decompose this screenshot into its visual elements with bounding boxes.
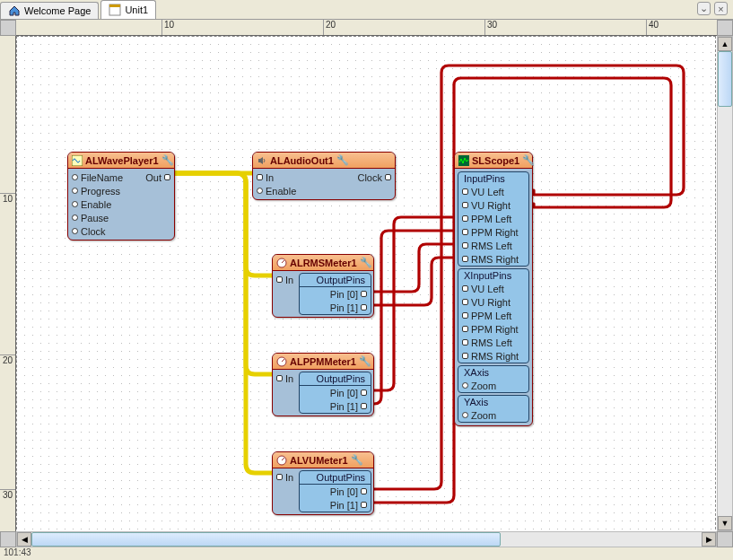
port-in[interactable]: Pause [68, 211, 142, 224]
form-icon [109, 4, 121, 16]
node-title: ALWavePlayer1 [85, 155, 159, 166]
scroll-up-button[interactable]: ▲ [718, 37, 732, 51]
tab-welcome[interactable]: Welcome Page [0, 2, 99, 19]
design-canvas[interactable]: ALWavePlayer1 🔧 FileName Progress Enable… [16, 36, 716, 531]
scroll-thumb-v[interactable] [718, 51, 732, 107]
scroll-down-button[interactable]: ▼ [718, 516, 732, 530]
node-header[interactable]: ALVUMeter1 🔧 [273, 452, 373, 468]
port-in[interactable]: Zoom [458, 408, 528, 422]
port-out[interactable]: Clock [353, 171, 395, 184]
node-header[interactable]: ALWavePlayer1 🔧 [68, 153, 174, 169]
output-pins-group: OutputPins Pin [0] Pin [1] [299, 273, 371, 315]
node-alaudioout[interactable]: ALAudioOut1 🔧 In Enable Clock [252, 152, 396, 200]
xinputpins-group: XInputPins VU Left VU Right PPM Left PPM… [458, 268, 529, 363]
app-window: Welcome Page Unit1 ⌄ × 10 20 30 40 10 20… [0, 0, 733, 560]
port-in[interactable]: PPM Left [458, 309, 528, 322]
port-in[interactable]: Enable [68, 197, 142, 211]
scope-icon [458, 155, 469, 166]
scrollbar-horizontal[interactable]: ◀ ▶ [16, 531, 717, 547]
ruler-corner-tr [717, 20, 733, 36]
port-in[interactable]: VU Left [458, 185, 528, 198]
xaxis-group: XAxis Zoom [458, 365, 529, 393]
output-pins-group: OutputPins Pin [0] Pin [1] [299, 372, 371, 414]
node-title: ALAudioOut1 [270, 155, 334, 166]
port-in[interactable]: PPM Right [458, 225, 528, 239]
scroll-right-button[interactable]: ▶ [702, 532, 716, 547]
ruler-h-tick: 40 [646, 20, 659, 35]
port-out[interactable]: Pin [0] [300, 287, 371, 301]
node-title: ALRMSMeter1 [290, 258, 357, 268]
port-out[interactable]: Pin [0] [300, 485, 371, 498]
inputpins-title: InputPins [458, 172, 528, 185]
canvas-viewport[interactable]: ALWavePlayer1 🔧 FileName Progress Enable… [16, 36, 717, 531]
status-coords: 101:43 [4, 547, 31, 557]
port-in[interactable]: Clock [68, 224, 142, 238]
port-in[interactable]: VU Right [458, 295, 528, 309]
node-alvumeter[interactable]: ALVUMeter1 🔧 In OutputPins Pin [0] Pin [… [272, 451, 374, 515]
svg-rect-1 [109, 4, 120, 7]
port-out[interactable]: Pin [1] [300, 301, 371, 314]
node-alppmmeter[interactable]: ALPPMMeter1 🔧 In OutputPins Pin [0] Pin … [272, 353, 374, 416]
port-in[interactable]: RMS Left [458, 239, 528, 252]
port-in[interactable]: In [273, 470, 297, 484]
port-out[interactable]: Out [142, 171, 174, 184]
port-in[interactable]: VU Left [458, 282, 528, 295]
wrench-icon: 🔧 [359, 355, 371, 367]
scroll-left-button[interactable]: ◀ [17, 532, 31, 547]
scroll-track-h[interactable] [31, 532, 702, 547]
scrollbar-vertical[interactable]: ▲ ▼ [717, 36, 733, 531]
port-in[interactable]: RMS Right [458, 252, 528, 266]
port-in[interactable]: In [273, 273, 297, 286]
node-alrmsmeter[interactable]: ALRMSMeter1 🔧 In OutputPins Pin [0] Pin … [272, 254, 374, 318]
port-in[interactable]: Enable [253, 184, 353, 197]
port-out[interactable]: Pin [0] [300, 386, 371, 399]
ruler-h-tick: 20 [323, 20, 336, 35]
port-in[interactable]: FileName [68, 171, 142, 184]
xinputpins-title: XInputPins [458, 269, 528, 282]
tab-bar: Welcome Page Unit1 ⌄ × [0, 0, 733, 20]
wave-icon [72, 155, 83, 166]
tab-unit1[interactable]: Unit1 [100, 0, 156, 19]
wrench-icon: 🔧 [161, 154, 174, 166]
ruler-vertical[interactable]: 10 20 30 [0, 36, 16, 531]
tab-controls: ⌄ × [697, 2, 728, 15]
port-in[interactable]: In [273, 372, 297, 385]
port-in[interactable]: PPM Right [458, 322, 528, 336]
port-in[interactable]: VU Right [458, 198, 528, 212]
ruler-horizontal[interactable]: 10 20 30 40 [16, 20, 717, 36]
node-header[interactable]: ALAudioOut1 🔧 [253, 153, 395, 169]
tab-unit1-label: Unit1 [125, 4, 148, 15]
output-pins-title: OutputPins [300, 372, 371, 386]
port-out[interactable]: Pin [1] [300, 399, 371, 413]
port-in[interactable]: Zoom [458, 379, 528, 392]
tab-close-button[interactable]: × [714, 2, 728, 15]
scroll-thumb-h[interactable] [31, 532, 501, 547]
meter-icon [276, 258, 287, 268]
wrench-icon: 🔧 [360, 257, 372, 268]
wrench-icon: 🔧 [336, 154, 349, 166]
output-pins-title: OutputPins [300, 274, 371, 287]
tab-dropdown-button[interactable]: ⌄ [697, 2, 711, 15]
tab-welcome-label: Welcome Page [24, 5, 91, 16]
port-in[interactable]: RMS Left [458, 336, 528, 349]
node-header[interactable]: SLScope1 🔧 [455, 153, 532, 169]
node-header[interactable]: ALRMSMeter1 🔧 [273, 255, 373, 271]
svg-rect-2 [72, 155, 83, 166]
node-header[interactable]: ALPPMMeter1 🔧 [273, 354, 373, 370]
port-out[interactable]: Pin [1] [300, 498, 371, 512]
port-in[interactable]: In [253, 171, 353, 184]
ruler-h-tick: 30 [484, 20, 497, 35]
ruler-v-tick: 30 [0, 489, 15, 500]
wrench-icon: 🔧 [351, 454, 363, 466]
node-alwaveplayer[interactable]: ALWavePlayer1 🔧 FileName Progress Enable… [67, 152, 175, 241]
ruler-corner-tl [0, 20, 16, 36]
node-title: ALPPMMeter1 [290, 356, 356, 367]
wrench-icon: 🔧 [522, 154, 535, 166]
scroll-track-v[interactable] [718, 51, 732, 516]
port-in[interactable]: Progress [68, 184, 142, 197]
port-in[interactable]: PPM Left [458, 212, 528, 225]
node-slscope[interactable]: SLScope1 🔧 InputPins VU Left VU Right PP… [454, 152, 533, 426]
node-title: ALVUMeter1 [290, 455, 348, 466]
ruler-v-tick: 20 [0, 354, 15, 365]
port-in[interactable]: RMS Right [458, 349, 528, 363]
